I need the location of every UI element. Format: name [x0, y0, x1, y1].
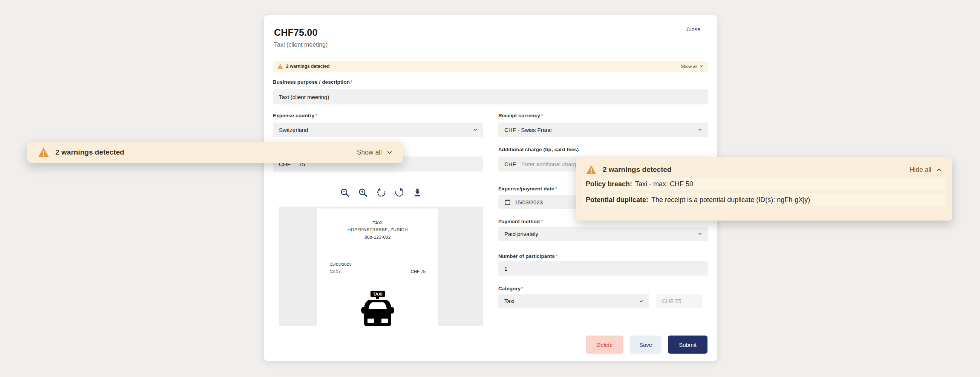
zoom-in-icon[interactable] — [358, 188, 368, 198]
expense-date-label: Expense/payment date* — [498, 186, 557, 191]
chevron-down-icon — [638, 299, 644, 304]
participants-label: Number of participants* — [498, 253, 557, 259]
warnings-callout-title: 2 warnings detected — [603, 165, 672, 174]
close-button[interactable]: Close — [686, 26, 700, 32]
receipt-currency-label: Receipt currency* — [498, 113, 543, 118]
show-all-button[interactable]: Show all — [357, 148, 393, 156]
warning-item-potential-duplicate: Potential duplicate: The receipt is a po… — [582, 193, 946, 206]
chevron-up-icon — [936, 167, 942, 173]
warning-banner-text: 2 warnings detected — [286, 64, 329, 69]
participants-input[interactable]: 1 — [498, 261, 708, 275]
receipt-preview: TAXI HOPFENSTRASSE, ZURICH 888-123-002 1… — [279, 207, 483, 326]
expense-subtitle: Taxi (client meeting) — [274, 41, 328, 48]
save-button[interactable]: Save — [630, 336, 662, 354]
receipt-phone: 888-123-002 — [317, 235, 438, 239]
taxi-icon: TAXI — [359, 290, 396, 326]
category-amount-chip: CHF 75 — [656, 294, 703, 309]
zoom-out-icon[interactable] — [340, 188, 350, 198]
receipt-address: HOPFENSTRASSE, ZURICH — [317, 227, 438, 232]
chevron-down-icon — [697, 231, 703, 236]
page-title: CHF75.00 — [274, 27, 318, 38]
receipt-date: 15/03/2023 — [330, 262, 352, 267]
svg-text:TAXI: TAXI — [373, 292, 382, 296]
receipt-time: 13:17 — [330, 269, 341, 274]
business-purpose-input[interactable]: Taxi (client meeting) — [273, 89, 708, 105]
warning-icon — [277, 64, 283, 69]
chevron-down-icon — [473, 127, 478, 132]
warning-icon — [38, 147, 49, 157]
rotate-left-icon[interactable] — [376, 188, 387, 198]
warning-banner-show-all[interactable]: Show all — [681, 64, 703, 68]
expense-country-label: Expense country* — [273, 113, 317, 118]
calendar-icon — [504, 199, 511, 205]
warning-icon — [586, 165, 597, 175]
receipt-image: TAXI HOPFENSTRASSE, ZURICH 888-123-002 1… — [317, 208, 438, 326]
warnings-callout-header: 2 warnings detected Hide all — [586, 165, 942, 175]
hide-all-button[interactable]: Hide all — [910, 166, 942, 174]
download-icon[interactable] — [412, 188, 423, 198]
additional-charge-label: Additional charge (tip, card fees) — [498, 146, 579, 152]
warning-banner: 2 warnings detected Show all — [273, 61, 708, 72]
warnings-callout-expanded: 2 warnings detected Hide all Policy brea… — [576, 157, 952, 221]
chevron-down-icon — [697, 127, 703, 132]
business-purpose-label: Business purpose / description* — [273, 79, 352, 85]
receipt-total: CHF 75 — [410, 269, 426, 274]
chevron-down-icon — [387, 149, 393, 156]
receipt-currency-select[interactable]: CHF - Swiss Franc — [498, 122, 708, 137]
delete-button[interactable]: Delete — [586, 336, 624, 354]
rotate-right-icon[interactable] — [394, 188, 404, 198]
payment-method-select[interactable]: Paid privately — [498, 227, 708, 241]
category-label: Category* — [498, 286, 523, 291]
warning-item-policy-breach: Policy breach: Taxi - max: CHF 50 — [582, 178, 946, 190]
payment-method-label: Payment method* — [498, 219, 543, 224]
category-select[interactable]: Taxi — [498, 294, 649, 309]
chevron-down-icon — [699, 64, 703, 68]
expense-country-select[interactable]: Switzerland — [273, 122, 483, 137]
receipt-toolbar — [279, 188, 483, 198]
page-background: CHF75.00 Taxi (client meeting) Close 2 w… — [0, 0, 980, 377]
warnings-callout-title: 2 warnings detected — [56, 148, 124, 156]
submit-button[interactable]: Submit — [668, 336, 708, 354]
receipt-merchant: TAXI — [317, 221, 438, 225]
warnings-callout-collapsed: 2 warnings detected Show all — [27, 142, 403, 163]
